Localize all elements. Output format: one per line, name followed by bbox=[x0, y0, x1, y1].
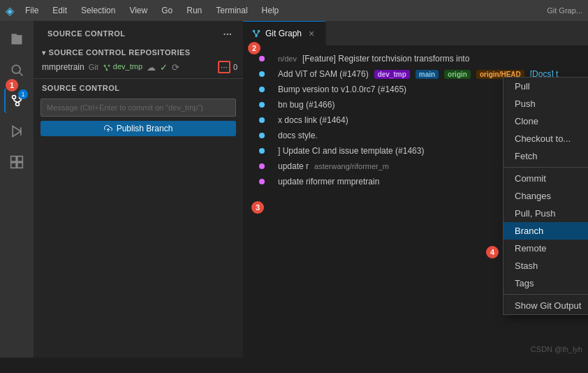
context-menu-overlay: Pull Push Clone Checkout to... Fetch bbox=[243, 21, 588, 358]
ctx-remote-label: Remote bbox=[515, 243, 547, 254]
repo-branch: dev_tmp bbox=[103, 62, 142, 71]
sidebar-header-actions: ··· bbox=[221, 27, 235, 41]
ctx-tags[interactable]: Tags ▶ bbox=[504, 275, 588, 292]
ctx-fetch-label: Fetch bbox=[515, 151, 538, 161]
ctx-clone-label: Clone bbox=[515, 116, 538, 126]
sidebar-title: SOURCE CONTROL bbox=[47, 29, 126, 38]
ctx-pull[interactable]: Pull bbox=[504, 78, 588, 95]
source-control-activity-icon[interactable]: 1 bbox=[4, 88, 29, 113]
title-bar-text: Git Grap... bbox=[547, 6, 582, 15]
branch-name-label: dev_tmp bbox=[113, 62, 142, 71]
svg-point-15 bbox=[104, 65, 105, 66]
ctx-commit-label: Commit bbox=[515, 173, 546, 184]
ctx-push-label: Push bbox=[515, 98, 536, 109]
explorer-activity-icon[interactable] bbox=[4, 27, 29, 52]
source-control-badge: 1 bbox=[18, 89, 28, 99]
sidebar-header: SOURCE CONTROL ··· bbox=[34, 21, 243, 43]
run-activity-icon[interactable] bbox=[4, 119, 29, 144]
svg-line-6 bbox=[14, 101, 17, 103]
ctx-sep-1 bbox=[504, 167, 588, 168]
ctx-tags-label: Tags bbox=[515, 278, 534, 288]
ctx-branch-label: Branch bbox=[515, 226, 543, 236]
vscode-logo: ◈ bbox=[6, 4, 14, 17]
ctx-pull-push[interactable]: Pull, Push ▶ bbox=[504, 205, 588, 222]
svg-point-0 bbox=[12, 65, 20, 73]
repos-section-title: SOURCE CONTROL REPOSITORIES bbox=[49, 48, 191, 57]
commit-message-box[interactable]: Message (Ctrl+Enter to commit on "dev_tm… bbox=[41, 98, 236, 117]
menu-edit[interactable]: Edit bbox=[47, 4, 73, 17]
check-icon: ✓ bbox=[160, 62, 168, 73]
publish-branch-label: Publish Branch bbox=[117, 124, 173, 133]
svg-rect-11 bbox=[11, 156, 17, 162]
ctx-remote[interactable]: Remote ▶ bbox=[504, 240, 588, 257]
search-activity-icon[interactable] bbox=[4, 57, 29, 82]
upload-icon bbox=[104, 124, 112, 133]
menu-file[interactable]: File bbox=[20, 4, 44, 17]
ctx-changes-label: Changes bbox=[515, 191, 551, 201]
extensions-activity-icon[interactable] bbox=[4, 149, 29, 175]
ctx-clone[interactable]: Clone bbox=[504, 112, 588, 130]
repo-row: mmpretrain Git dev_tmp ☁ ✓ ⟳ ··· 0 bbox=[34, 59, 243, 75]
repos-section: ▾ SOURCE CONTROL REPOSITORIES mmpretrain… bbox=[34, 43, 243, 78]
ctx-checkout[interactable]: Checkout to... bbox=[504, 130, 588, 147]
activity-bar: 1 bbox=[0, 21, 34, 358]
ctx-pull-push-label: Pull, Push bbox=[515, 208, 556, 219]
menu-run[interactable]: Run bbox=[181, 4, 207, 17]
menu-go[interactable]: Go bbox=[156, 4, 178, 17]
step-badge-3: 3 bbox=[251, 201, 264, 214]
menu-bar: ◈ File Edit Selection View Go Run Termin… bbox=[0, 0, 588, 21]
ctx-checkout-label: Checkout to... bbox=[515, 133, 571, 144]
menu-selection[interactable]: Selection bbox=[75, 4, 121, 17]
svg-rect-12 bbox=[17, 156, 23, 162]
menu-terminal[interactable]: Terminal bbox=[210, 4, 253, 17]
repo-row-left: mmpretrain Git dev_tmp ☁ ✓ ⟳ bbox=[42, 62, 179, 73]
main-content: Git Graph × n/dev [Feature] Register tor… bbox=[243, 21, 588, 358]
step-badge-1: 1 bbox=[6, 79, 18, 92]
ctx-fetch[interactable]: Fetch bbox=[504, 147, 588, 165]
repo-more-btn[interactable]: ··· bbox=[218, 61, 230, 73]
step-badge-2: 2 bbox=[248, 42, 260, 54]
sync-count: 0 bbox=[232, 63, 237, 71]
ctx-push[interactable]: Push bbox=[504, 95, 588, 112]
sc-header: SOURCE CONTROL bbox=[34, 82, 243, 94]
ctx-commit[interactable]: Commit ▶ bbox=[504, 170, 588, 187]
sidebar-more-btn[interactable]: ··· bbox=[221, 27, 235, 41]
svg-marker-9 bbox=[13, 126, 21, 137]
svg-line-18 bbox=[105, 66, 107, 69]
repos-header: ▾ SOURCE CONTROL REPOSITORIES bbox=[34, 46, 243, 59]
source-control-section: SOURCE CONTROL Message (Ctrl+Enter to co… bbox=[34, 78, 243, 143]
svg-point-2 bbox=[13, 96, 16, 99]
sidebar: SOURCE CONTROL ··· ▾ SOURCE CONTROL REPO… bbox=[34, 21, 243, 358]
svg-line-1 bbox=[20, 73, 23, 76]
repo-vcs: Git bbox=[89, 63, 98, 71]
ctx-pull-label: Pull bbox=[515, 81, 530, 92]
cloud-icon: ☁ bbox=[147, 62, 156, 73]
ctx-sep-2 bbox=[504, 294, 588, 295]
sync-icon: ⟳ bbox=[172, 62, 179, 73]
context-menu: Pull Push Clone Checkout to... Fetch bbox=[503, 77, 588, 315]
ctx-branch[interactable]: Branch ▶ bbox=[504, 222, 588, 240]
svg-rect-13 bbox=[17, 163, 23, 168]
svg-point-4 bbox=[16, 103, 20, 106]
repo-actions: ··· 0 bbox=[218, 61, 237, 73]
svg-rect-14 bbox=[11, 163, 17, 168]
repo-name: mmpretrain bbox=[42, 62, 84, 72]
ctx-show-git-output-label: Show Git Output bbox=[515, 300, 581, 311]
svg-line-8 bbox=[17, 101, 21, 103]
ctx-show-git-output[interactable]: Show Git Output bbox=[504, 297, 588, 314]
svg-point-16 bbox=[108, 65, 110, 66]
menu-help[interactable]: Help bbox=[256, 4, 285, 17]
svg-point-17 bbox=[106, 69, 108, 71]
menu-view[interactable]: View bbox=[124, 4, 153, 17]
ctx-changes[interactable]: Changes ▶ bbox=[504, 187, 588, 205]
publish-branch-btn[interactable]: Publish Branch bbox=[41, 121, 236, 136]
commit-message-placeholder: Message (Ctrl+Enter to commit on "dev_tm… bbox=[47, 103, 203, 112]
ctx-stash[interactable]: Stash ▶ bbox=[504, 257, 588, 275]
step-badge-4: 4 bbox=[486, 246, 499, 258]
ctx-stash-label: Stash bbox=[515, 261, 538, 271]
